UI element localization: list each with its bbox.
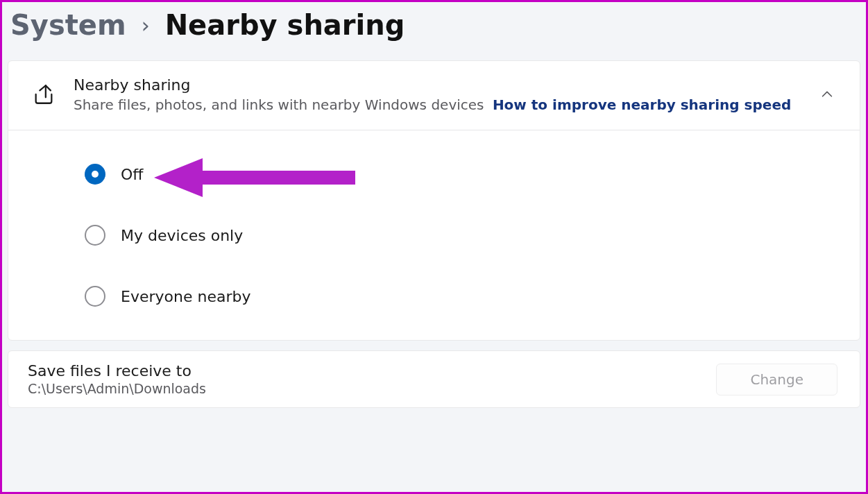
radio-indicator — [85, 225, 105, 246]
radio-everyone-nearby[interactable]: Everyone nearby — [85, 286, 853, 307]
chevron-up-icon[interactable] — [819, 87, 835, 105]
radio-label: Everyone nearby — [121, 288, 250, 305]
breadcrumb: System › Nearby sharing — [8, 8, 860, 60]
panel-header[interactable]: Nearby sharing Share files, photos, and … — [8, 61, 860, 130]
radio-label: Off — [121, 166, 143, 183]
chevron-right-icon: › — [142, 13, 150, 37]
save-location-path: C:\Users\Admin\Downloads — [28, 381, 206, 396]
share-icon — [32, 83, 56, 109]
panel-subtitle: Share files, photos, and links with near… — [74, 95, 801, 114]
panel-title: Nearby sharing — [74, 76, 801, 94]
breadcrumb-current: Nearby sharing — [165, 9, 405, 41]
save-location-title: Save files I receive to — [28, 362, 206, 380]
radio-indicator — [85, 286, 105, 307]
panel-subtitle-text: Share files, photos, and links with near… — [74, 96, 484, 113]
radio-off[interactable]: Off — [85, 164, 853, 185]
radio-indicator-selected — [85, 164, 105, 185]
nearby-sharing-panel: Nearby sharing Share files, photos, and … — [8, 60, 860, 341]
radio-label: My devices only — [121, 227, 243, 244]
nearby-sharing-radio-group: Off My devices only Everyone nearby — [85, 164, 853, 307]
breadcrumb-parent[interactable]: System — [10, 9, 126, 41]
save-location-panel: Save files I receive to C:\Users\Admin\D… — [8, 350, 860, 408]
radio-my-devices-only[interactable]: My devices only — [85, 225, 853, 246]
improve-speed-link[interactable]: How to improve nearby sharing speed — [493, 96, 791, 113]
change-button[interactable]: Change — [716, 364, 837, 395]
